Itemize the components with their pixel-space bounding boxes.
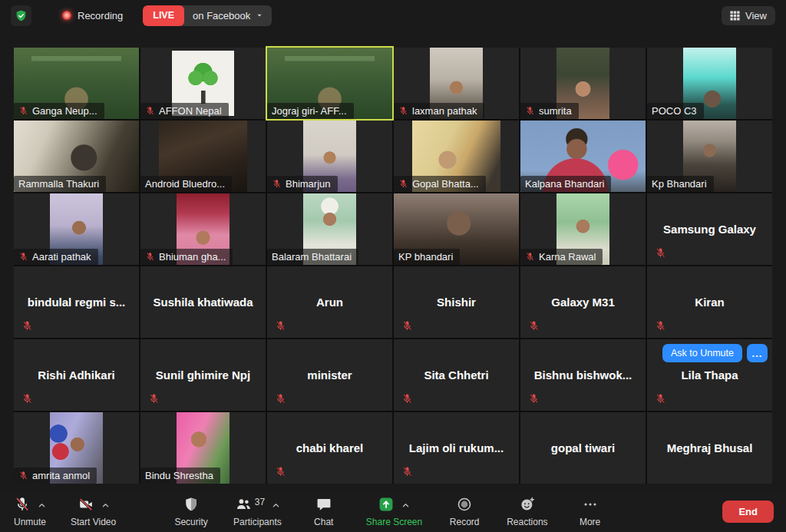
participant-tile-amrita-anmol[interactable]: amrita anmol [14, 412, 139, 484]
participant-tile-chabi-kharel[interactable]: chabi kharel [267, 412, 392, 484]
participant-tile-gopal-bhatta[interactable]: Gopal Bhatta... [394, 121, 519, 192]
reactions-icon [519, 496, 536, 516]
participant-tile-sushila-khatiwada[interactable]: Sushila khatiwada [140, 266, 266, 338]
mic-muted-icon [18, 106, 28, 116]
mic-muted-icon [272, 179, 282, 189]
toolbar-share-screen-button[interactable]: Share Screen [366, 497, 422, 527]
mic-muted-icon [21, 393, 33, 405]
participant-more-button[interactable]: ... [747, 344, 768, 362]
participant-tile-balaram-bhattarai[interactable]: Balaram Bhattarai [267, 193, 392, 265]
mic-muted-icon [275, 393, 286, 405]
participant-tile-arun[interactable]: Arun [267, 266, 392, 338]
participants-icon [235, 496, 252, 516]
participant-tile-android-bluedro[interactable]: Android Bluedro... [140, 121, 266, 192]
chevron-up-icon[interactable] [101, 501, 110, 510]
security-icon [183, 496, 200, 516]
participant-tile-bindu-shrestha[interactable]: Bindu Shrestha [140, 412, 266, 484]
participant-tile-poco-c3[interactable]: POCO C3 [647, 48, 772, 119]
participant-tile-karna-rawal[interactable]: Karna Rawal [520, 193, 646, 265]
participant-name: Kp Bhandari [647, 176, 714, 192]
participant-tile-bhiuman-gha[interactable]: Bhiuman gha... [140, 193, 266, 265]
participant-tile-rishi-adhikari[interactable]: Rishi Adhikari [14, 339, 139, 411]
participant-name: Sushila khatiwada [140, 266, 266, 338]
mic-muted-icon [275, 320, 286, 332]
participant-tile-sumrita[interactable]: sumrita [520, 48, 646, 119]
participant-name: POCO C3 [647, 103, 704, 119]
toolbar-reactions-button[interactable]: Reactions [507, 497, 547, 527]
participant-name: Bhimarjun [267, 176, 338, 192]
participant-name: Balaram Bhattarai [267, 249, 358, 265]
recording-indicator: Recording [62, 10, 123, 21]
participant-tile-samsung-galaxy[interactable]: Samsung Galaxy [647, 193, 772, 265]
participant-tile-shishir[interactable]: Shishir [394, 266, 519, 338]
participant-tile-lila-thapa[interactable]: Lila ThapaAsk to Unmute... [647, 339, 772, 411]
end-meeting-button[interactable]: End [722, 501, 774, 523]
mic-muted-icon [655, 247, 666, 259]
participant-tile-jograj-giri-aff[interactable]: Jograj giri- AFF... [267, 48, 392, 119]
view-button[interactable]: View [722, 6, 775, 25]
toolbar-item-label: More [580, 517, 600, 527]
mic-muted-icon [401, 320, 413, 332]
participant-name: Jograj giri- AFF... [267, 103, 354, 119]
participant-name: sumrita [520, 103, 579, 119]
toolbar-item-label: Chat [314, 517, 333, 527]
participant-tile-lajim-oli-rukum[interactable]: Lajim oli rukum... [394, 412, 519, 484]
participant-tile-gopal-tiwari[interactable]: gopal tiwari [520, 412, 646, 484]
live-badge: LIVE [143, 5, 184, 26]
participant-tile-aarati-pathak[interactable]: Aarati pathak [14, 193, 139, 265]
shield-check-icon [15, 9, 28, 22]
toolbar-chat-button[interactable]: Chat [306, 497, 342, 527]
participant-tile-rammalla-thakuri[interactable]: Rammalla Thakuri [14, 121, 139, 192]
live-stream-control[interactable]: LIVE on Facebook [143, 5, 272, 26]
toolbar-security-button[interactable]: Security [173, 497, 209, 527]
participant-tile-laxman-pathak[interactable]: laxman pathak [394, 48, 519, 119]
toolbar-left-group: UnmuteStart Video [12, 497, 116, 527]
meeting-info-shield-button[interactable] [11, 5, 31, 26]
participant-name: AFFON Nepal [140, 103, 229, 119]
participant-tile-ganga-neup[interactable]: Ganga Neup... [14, 48, 139, 119]
participant-tile-minister[interactable]: minister [267, 339, 392, 411]
participant-name: Bindu Shrestha [140, 468, 220, 484]
participant-tile-affon-nepal[interactable]: AFFON Nepal [140, 48, 266, 119]
participant-name: gopal tiwari [520, 412, 646, 484]
toolbar-center-group: Security37ParticipantsChatShare ScreenRe… [173, 497, 607, 527]
toolbar-unmute-button[interactable]: Unmute [12, 497, 48, 527]
participant-tile-kp-bhandari[interactable]: KP bhandari [394, 193, 519, 265]
share-screen-icon [378, 496, 395, 516]
participant-name: Gopal Bhatta... [394, 176, 486, 192]
ask-to-unmute-overlay: Ask to Unmute... [662, 344, 768, 362]
chevron-up-icon[interactable] [38, 501, 46, 510]
chevron-down-icon [256, 12, 263, 19]
participant-tile-sita-chhetri[interactable]: Sita Chhetri [394, 339, 519, 411]
mic-muted-icon [275, 466, 286, 477]
live-target-label: on Facebook [193, 10, 250, 21]
participants-count-badge: 37 [255, 497, 265, 507]
participant-tile-sunil-ghimire-npj[interactable]: Sunil ghimire Npj [140, 339, 266, 411]
participant-name: Rammalla Thakuri [14, 176, 106, 192]
participant-tile-bindulal-regmi-s[interactable]: bindulal regmi s... [14, 266, 139, 338]
chevron-up-icon[interactable] [401, 501, 410, 510]
toolbar-more-button[interactable]: More [573, 497, 608, 527]
mic-muted-icon [148, 393, 160, 405]
toolbar-start-video-button[interactable]: Start Video [71, 497, 116, 527]
mic-muted-icon [528, 320, 540, 332]
record-icon [456, 496, 473, 516]
participant-tile-meghraj-bhusal[interactable]: Meghraj Bhusal [647, 412, 772, 484]
participant-tile-bishnu-bishwok[interactable]: Bishnu bishwok... [520, 339, 646, 411]
participant-tile-kalpana-bhandari[interactable]: Kalpana Bhandari [520, 121, 646, 192]
participant-tile-kiran[interactable]: Kiran [647, 266, 772, 338]
participant-tile-galaxy-m31[interactable]: Galaxy M31 [520, 266, 646, 338]
participant-name: Kalpana Bhandari [520, 176, 611, 192]
mic-muted-icon [655, 393, 666, 405]
toolbar-item-label: Security [174, 517, 207, 527]
toolbar-item-label: Record [450, 517, 480, 527]
mic-muted-icon [525, 106, 535, 116]
participant-tile-bhimarjun[interactable]: Bhimarjun [267, 121, 392, 192]
participant-tile-kp-bhandari[interactable]: Kp Bhandari [647, 121, 772, 192]
ask-to-unmute-button[interactable]: Ask to Unmute [662, 344, 742, 362]
mic-muted-icon [18, 471, 28, 481]
live-target-dropdown[interactable]: on Facebook [184, 5, 272, 26]
chevron-up-icon[interactable] [272, 501, 280, 510]
toolbar-record-button[interactable]: Record [447, 497, 482, 527]
toolbar-participants-button[interactable]: 37Participants [233, 497, 282, 527]
